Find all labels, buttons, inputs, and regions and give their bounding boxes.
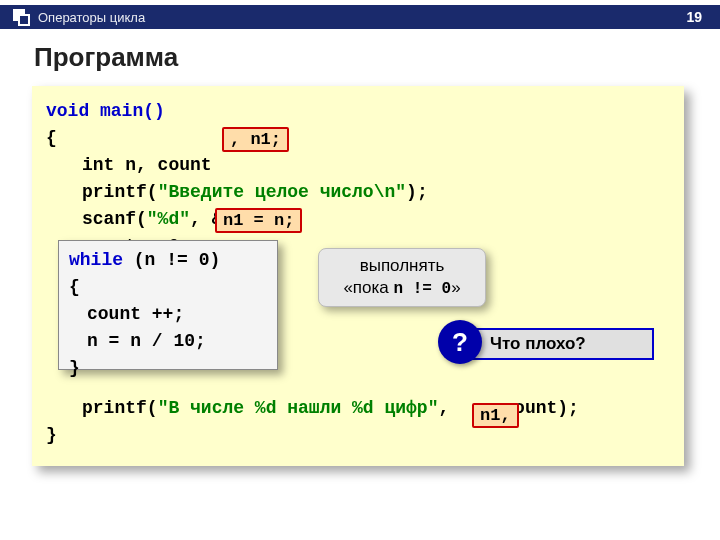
slide: Операторы цикла 19 Программа void main()…	[0, 0, 720, 540]
slide-heading: Программа	[34, 42, 178, 73]
scanf-string: "%d"	[147, 209, 190, 229]
printf2-string: "В числе %d нашли %d цифр"	[158, 398, 439, 418]
printf1-string: "Введите целое число\n"	[158, 182, 406, 202]
printf1-prefix: printf(	[82, 182, 158, 202]
while-lbrace: {	[69, 274, 267, 301]
while-cond: (n != 0)	[123, 250, 220, 270]
while-rbrace: }	[69, 355, 267, 382]
while-block: while (n != 0) { count ++; n = n / 10; }	[58, 240, 278, 370]
badge-n1-call: n1,	[472, 403, 519, 428]
kw-while: while	[69, 250, 123, 270]
topbar-title: Операторы цикла	[38, 10, 145, 25]
badge-n1-decl: , n1;	[222, 127, 289, 152]
kw-void-main: void main()	[46, 101, 165, 121]
callout-quote-close: »	[451, 278, 460, 297]
printf2-prefix: printf(	[82, 398, 158, 418]
while-body2: n = n / 10;	[69, 328, 267, 355]
question-box: Что плохо?	[458, 328, 654, 360]
callout-line2: «пока n != 0»	[329, 277, 475, 300]
topbar-decoration-square2	[18, 14, 30, 26]
scanf-prefix: scanf(	[82, 209, 147, 229]
badge-n1-assign: n1 = n;	[215, 208, 302, 233]
callout-line1: выполнять	[329, 255, 475, 277]
decl-prefix: int n, count	[82, 155, 212, 175]
callout-box: выполнять «пока n != 0»	[318, 248, 486, 307]
printf1-suffix: );	[406, 182, 428, 202]
callout-cond: n != 0	[394, 280, 452, 298]
while-body1: count ++;	[69, 301, 267, 328]
topbar: Операторы цикла 19	[0, 5, 720, 29]
page-number: 19	[686, 9, 702, 25]
callout-quote-open: «пока	[343, 278, 393, 297]
question-mark-icon: ?	[438, 320, 482, 364]
question-text: Что плохо?	[490, 334, 586, 354]
